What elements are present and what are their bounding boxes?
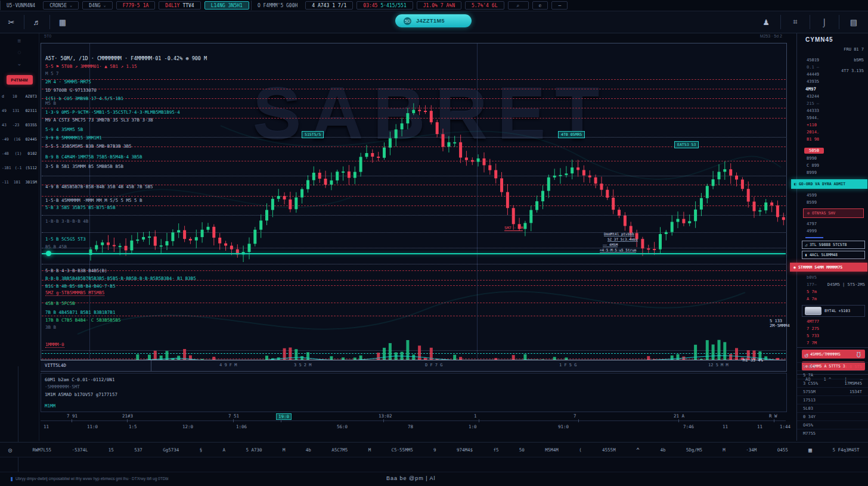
indicator-legend-row[interactable]: 1·B·B 3·B·B·B 4B: [45, 219, 88, 224]
x-tick-label[interactable]: 21#3: [122, 413, 133, 419]
ticker-search-box[interactable]: ⌕: [508, 1, 529, 10]
x-tick-label[interactable]: 11:0: [87, 424, 98, 429]
x-tick-label[interactable]: 1: [474, 413, 477, 419]
buy-order-button[interactable]: ◧GO-ORD VA DYRA ADMIT: [791, 179, 867, 189]
bottom-toolbar-item-24[interactable]: M: [723, 447, 726, 453]
bottom-toolbar-item-17[interactable]: 50: [519, 447, 525, 453]
indicator-legend-row[interactable]: B·B·B 3BB5B4B5B7B5B3B5·B5B5·B·BB5B·B·B·B…: [45, 276, 196, 281]
bottom-toolbar-item-20[interactable]: 4555M: [602, 447, 616, 453]
indicator-legend-row[interactable]: 17B B C7B5 B4B4· C 5B3B5B5B5: [45, 317, 120, 323]
x-tick-label[interactable]: 1:0: [469, 424, 477, 429]
indicator-legend-row[interactable]: 5·B B 4·3·B·B3B B4B5(B): [45, 268, 107, 273]
ticker-cell-4[interactable]: D4L1YTTV4: [159, 1, 200, 10]
x-tick-label[interactable]: 11: [44, 424, 49, 429]
chart-canvas[interactable]: SABRET A5T· 50M/, /1D · CMMMMMMM · F4MMM…: [41, 43, 787, 372]
indicator-legend-row[interactable]: 5·9 4 35MM5 5B: [45, 127, 83, 132]
x-tick-label[interactable]: 12:0: [182, 424, 193, 429]
ticker-cell-6[interactable]: O F4MMM'5 G00H: [251, 1, 303, 10]
bottom-toolbar-item-6[interactable]: §: [200, 447, 203, 453]
bottom-toolbar-item-22[interactable]: 4b: [660, 447, 665, 453]
bottom-toolbar-item-5[interactable]: Gg5734: [163, 447, 179, 453]
bottom-toolbar-item-16[interactable]: f5: [493, 447, 498, 453]
chart-region[interactable]: 5T0 M253 · 5d 2 SABRET A5T· 50M/, /1D · …: [41, 33, 787, 444]
hook-tool-icon[interactable]: ⌡: [814, 18, 835, 27]
x-tick-label[interactable]: 7: [574, 413, 576, 419]
indicator-legend-row[interactable]: M 5 7: [45, 71, 59, 76]
bottom-toolbar-item-23[interactable]: 5Dg/M5: [686, 447, 702, 453]
bottom-toolbar-item-18[interactable]: M5M4M: [545, 447, 559, 453]
x-tick-label[interactable]: 1:44: [780, 424, 790, 429]
indicator-legend-row[interactable]: 1·5·B 45MMMMM ·MMM MM M 5/5 5 M5 5 B: [45, 198, 142, 203]
indicator-legend-row[interactable]: A5T· 50M/, /1D · CMMMMMMM · F4MMMMM·01 -…: [45, 55, 207, 61]
bottom-toolbar-item-11[interactable]: A5C7M5: [331, 447, 348, 453]
grid-icon[interactable]: ▦: [808, 447, 812, 453]
indicator-legend-row[interactable]: 5MZ g·5TB5MMMB5 MT5MB5: [45, 290, 104, 296]
bottom-toolbar-item-4[interactable]: 537: [134, 447, 142, 453]
bottom-toolbar-item-8[interactable]: 5 A730: [246, 447, 262, 453]
bottom-toolbar-item-1[interactable]: RWM7L55: [32, 447, 51, 453]
panel-option-box[interactable]: ◿3TL 59888 5TC5T8: [802, 241, 865, 249]
ticker-cell-9[interactable]: J1.0%7 A%N: [417, 1, 461, 10]
x-tick-label[interactable]: 1:06: [236, 424, 247, 429]
x-tick-label[interactable]: 11: [757, 424, 762, 429]
x-tick-label[interactable]: 91:0: [558, 424, 569, 429]
indicator-legend-row[interactable]: 5·B 3 5B5 35B75 B5·B75·B5B: [45, 205, 115, 210]
x-tick-label[interactable]: 13:02: [379, 413, 392, 419]
price-level-handle[interactable]: [46, 251, 51, 256]
x-tick-label[interactable]: R W: [769, 413, 777, 419]
ticker-cell-2[interactable]: D4NG⌄: [82, 1, 112, 10]
menu-icon[interactable]: ≡: [0, 38, 39, 44]
collapse-caret-icon[interactable]: ⌃: [636, 447, 640, 453]
sell-order-button[interactable]: ⊘OTNYA5 5HV: [803, 208, 864, 218]
target-icon[interactable]: ◌: [0, 49, 39, 55]
x-tick-label[interactable]: 19:0: [276, 413, 292, 420]
left-panel-alert-badge[interactable]: P4TM4M: [7, 75, 33, 85]
record-icon[interactable]: ◎: [8, 447, 12, 453]
ticker-cell-8[interactable]: 03:455·415/551: [356, 1, 413, 10]
bottom-toolbar-item-14[interactable]: 9: [433, 447, 436, 453]
indicator-legend-row[interactable]: 45B B 5FC5B: [45, 301, 75, 306]
indicator-legend-row[interactable]: 4·9 B 4B5B5B7B·B5B·B4B 35B 4B 45B 7B 5B5: [45, 184, 153, 189]
ticker-cell-0[interactable]: U5·VUNM4N4: [0, 1, 41, 10]
ticker-cell-3[interactable]: F779·51A: [116, 1, 156, 10]
x-tick-label[interactable]: 21 A: [674, 413, 684, 419]
subpane-legend-row[interactable]: 1M1M A5MAD b17OV57 g7177157: [45, 392, 117, 397]
subpane-legend-row[interactable]: 60M1 b2am C·0.01·-0112/0N1: [45, 377, 114, 382]
minimize-icon[interactable]: —: [551, 1, 568, 10]
bottom-toolbar-item-25[interactable]: ·34M: [746, 447, 757, 453]
indicator-legend-row[interactable]: 3·5 B 5B1 35MMM B5 5MBB5B B5B: [45, 164, 123, 169]
indicator-legend-row[interactable]: B5 B 45B: [45, 244, 67, 250]
x-tick-label[interactable]: 7 51: [228, 413, 239, 419]
x-tick-label[interactable]: 78: [408, 424, 413, 429]
x-tick-label[interactable]: 56:0: [337, 424, 348, 429]
bottom-toolbar-item-26[interactable]: O455: [777, 447, 788, 453]
collapse-icon[interactable]: ⌄: [0, 60, 39, 67]
calendar-icon[interactable]: ▦: [54, 18, 72, 27]
indicator-legend-row[interactable]: M9 A C5T3 5MC75 73 3MB7B 35 5L3 37B 3·3B: [45, 117, 153, 123]
price-alert-badge[interactable]: 5050: [804, 148, 824, 154]
ticker-cell-5[interactable]: L14NG3N5H1: [204, 1, 249, 10]
indicator-legend-row[interactable]: 1MMMM·0: [45, 342, 64, 348]
panel-option-box[interactable]: ▮4ACL 5L8MM48: [802, 251, 865, 259]
indicator-legend-row[interactable]: 1·5 B 5C5G5 5T3: [45, 236, 86, 242]
alerts-icon[interactable]: ♟: [755, 18, 777, 27]
drawing-tool-icon[interactable]: ♬: [28, 18, 46, 27]
ticker-cell-10[interactable]: 5.7%'46L: [465, 1, 504, 10]
layout-grid-icon[interactable]: ⌗: [785, 17, 806, 27]
indicator-legend-row[interactable]: 1D 9700B G·97133070: [45, 88, 97, 93]
bottom-toolbar-item-7[interactable]: A: [223, 447, 226, 453]
save-layout-icon[interactable]: ▤: [843, 18, 864, 27]
ticker-cell-7[interactable]: 4 A7431 7/1: [305, 1, 353, 10]
subpane-legend-row[interactable]: ·5MMMMMMM·5MT: [45, 384, 80, 390]
bottom-toolbar-item-3[interactable]: 15: [108, 447, 114, 453]
active-price-level-line[interactable]: [42, 253, 786, 254]
bottom-toolbar-item-12[interactable]: M: [368, 447, 371, 453]
indicator-subpane[interactable]: 60M1 b2am C·0.01·-0112/0N1·5MMMMMMM·5MT1…: [41, 373, 787, 412]
indicator-legend-row[interactable]: 5·5 ⚑ 5T0B ↗ 3MMMM01· ▲ 5B1 ↗ 1.15: [45, 64, 137, 69]
subpane-legend-row[interactable]: M1MM: [45, 403, 55, 409]
x-tick-label[interactable]: 7:46: [683, 424, 694, 429]
bottom-toolbar-item-28[interactable]: 5 F4q3M45T: [832, 447, 859, 453]
bottom-toolbar-item-10[interactable]: 4b: [306, 447, 311, 453]
indicator-legend-row[interactable]: 7B B 4B45B71 B5B1 B3B1B7B1: [45, 310, 115, 315]
bottom-toolbar-item-15[interactable]: 974M4$: [457, 447, 473, 453]
